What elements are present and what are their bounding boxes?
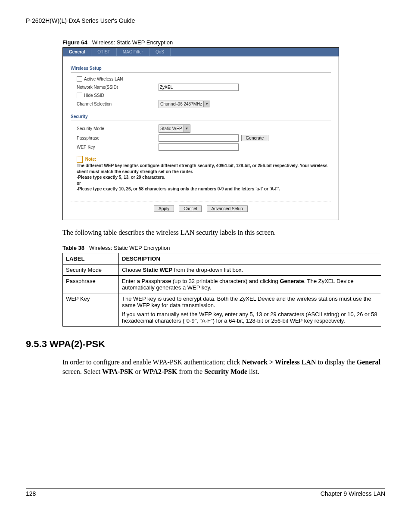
ssid-input[interactable] xyxy=(159,84,239,91)
col-description: DESCRIPTION xyxy=(119,253,381,264)
wep-key-input[interactable] xyxy=(159,143,239,151)
description-table: LABEL DESCRIPTION Security Mode Choose S… xyxy=(62,253,381,327)
channel-label: Channel Selection xyxy=(77,102,159,106)
section-heading: 9.5.3 WPA(2)-PSK xyxy=(26,339,385,350)
advanced-setup-button[interactable]: Advanced Setup xyxy=(207,205,248,212)
chevron-down-icon: ▼ xyxy=(203,101,210,107)
chapter-label: Chapter 9 Wireless LAN xyxy=(321,490,385,497)
passphrase-label: Passphrase xyxy=(77,136,159,140)
page-footer: 128 Chapter 9 Wireless LAN xyxy=(26,488,385,497)
note-text: -Please type exactly 5, 13, or 29 charac… xyxy=(77,174,331,180)
body-text: In order to configure and enable WPA-PSK… xyxy=(62,358,385,376)
figure-caption: Figure 64 Wireless: Static WEP Encryptio… xyxy=(62,39,385,46)
tab-qos[interactable]: QoS xyxy=(149,48,171,56)
security-mode-label: Security Mode xyxy=(77,126,159,131)
security-mode-value: Static WEP xyxy=(160,126,182,131)
tab-mac-filter[interactable]: MAC Filter xyxy=(117,48,149,56)
note-box: Note: The different WEP key lengths conf… xyxy=(77,156,331,192)
cancel-button[interactable]: Cancel xyxy=(179,205,202,212)
wireless-setup-header: Wireless Setup xyxy=(71,64,331,73)
table-number: Table 38 xyxy=(62,245,84,251)
cell-label: Passphrase xyxy=(63,276,119,293)
note-label: Note: xyxy=(85,157,97,162)
wep-key-label: WEP Key xyxy=(77,145,159,149)
apply-button[interactable]: Apply xyxy=(154,205,174,212)
screenshot-panel: General OTIST MAC Filter QoS Wireless Se… xyxy=(62,47,339,220)
channel-select[interactable]: Channel-06 2437MHz ▼ xyxy=(159,100,210,108)
generate-button[interactable]: Generate xyxy=(241,135,269,141)
ssid-label: Network Name(SSID) xyxy=(77,85,159,90)
table-title: Wireless: Static WEP Encryption xyxy=(89,245,170,251)
figure-number: Figure 64 xyxy=(62,39,87,46)
note-text: -Please type exactly 10, 26, or 58 chara… xyxy=(77,186,331,192)
figure-title: Wireless: Static WEP Encryption xyxy=(92,39,173,46)
security-header: Security xyxy=(71,112,331,121)
page-number: 128 xyxy=(26,490,36,497)
security-mode-select[interactable]: Static WEP ▼ xyxy=(159,124,190,133)
active-wlan-checkbox[interactable] xyxy=(77,76,82,82)
col-label: LABEL xyxy=(63,253,119,264)
cell-desc: The WEP key is used to encrypt data. Bot… xyxy=(119,293,381,327)
cell-desc: Enter a Passphrase (up to 32 printable c… xyxy=(119,276,381,293)
chevron-down-icon: ▼ xyxy=(184,125,190,132)
action-row: Apply Cancel Advanced Setup xyxy=(71,202,331,212)
body-text: The following table describes the wirele… xyxy=(62,228,385,237)
active-wlan-label: Active Wireless LAN xyxy=(84,77,123,81)
hide-ssid-label: Hide SSID xyxy=(84,93,104,98)
channel-value: Channel-06 2437MHz xyxy=(160,102,202,106)
tab-general[interactable]: General xyxy=(63,48,91,56)
table-row: Security Mode Choose Static WEP from the… xyxy=(63,264,381,276)
note-text: The different WEP key lengths configure … xyxy=(77,163,331,174)
table-caption: Table 38 Wireless: Static WEP Encryption xyxy=(62,245,385,251)
note-text: or xyxy=(77,180,331,187)
table-row: Passphrase Enter a Passphrase (up to 32 … xyxy=(63,276,381,293)
page-header: P-2602H(W)(L)-DxA Series User's Guide xyxy=(26,17,385,26)
table-row: WEP Key The WEP key is used to encrypt d… xyxy=(63,293,381,327)
hide-ssid-checkbox[interactable] xyxy=(77,93,82,98)
cell-desc: Choose Static WEP from the drop-down lis… xyxy=(119,264,381,276)
table-header-row: LABEL DESCRIPTION xyxy=(63,253,381,264)
cell-label: Security Mode xyxy=(63,264,119,276)
cell-label: WEP Key xyxy=(63,293,119,327)
note-icon xyxy=(77,156,83,163)
passphrase-input[interactable] xyxy=(159,134,239,142)
tab-otist[interactable]: OTIST xyxy=(91,48,116,56)
tab-bar: General OTIST MAC Filter QoS xyxy=(63,48,339,56)
